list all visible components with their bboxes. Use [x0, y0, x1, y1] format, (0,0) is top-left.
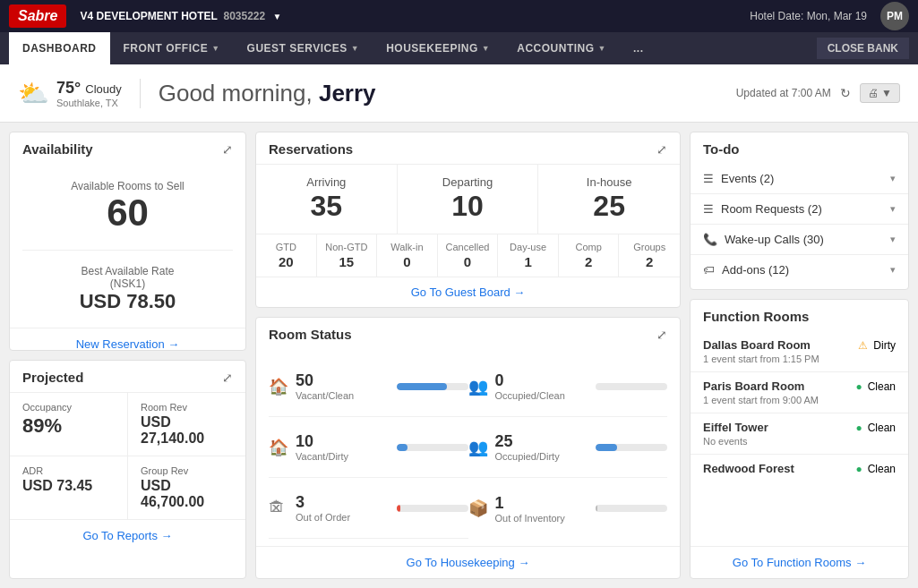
func-room-detail: No events — [703, 436, 896, 447]
projected-expand-icon[interactable]: ⤢ — [222, 371, 233, 385]
res-sub-cell: Day-use1 — [498, 234, 559, 277]
status-bar — [596, 505, 597, 512]
todo-chevron-icon[interactable]: ▾ — [890, 203, 896, 215]
status-bar-container — [596, 383, 667, 390]
go-reports-link[interactable]: Go To Reports → — [10, 519, 245, 551]
middle-column: Reservations ⤢ Arriving 35 Departing 10 … — [255, 132, 681, 579]
todo-item[interactable]: ☰ Room Requests (2) ▾ — [691, 194, 908, 225]
nav-guest-services[interactable]: GUEST SERVICES ▼ — [234, 32, 373, 64]
res-sub-cell: Walk-in0 — [377, 234, 438, 277]
right-column: To-do ☰ Events (2) ▾ ☰ Room Requests (2)… — [690, 132, 909, 579]
func-room-detail: 1 event start from 1:15 PM — [703, 354, 896, 364]
todo-item[interactable]: ☰ Events (2) ▾ — [691, 164, 908, 194]
rate-value: USD 78.50 — [30, 290, 226, 313]
reservations-expand-icon[interactable]: ⤢ — [656, 142, 667, 157]
go-housekeeping-link[interactable]: Go To Housekeeping → — [256, 546, 680, 578]
projected-grid: Occupancy 89% Room Rev USD 27,140.00 ADR… — [10, 392, 245, 519]
departing-value: 10 — [405, 189, 531, 223]
todo-item-icon: 🏷 — [703, 263, 715, 277]
todo-item[interactable]: 📞 Wake-up Calls (30) ▾ — [691, 225, 908, 255]
todo-card: To-do ☰ Events (2) ▾ ☰ Room Requests (2)… — [690, 132, 909, 290]
status-info: 10 Vacant/Dirty — [296, 432, 390, 462]
status-bar — [397, 505, 400, 512]
status-room-icon: 🏠 — [269, 377, 288, 396]
todo-chevron-icon[interactable]: ▾ — [890, 234, 896, 245]
function-rooms-items: Dallas Board Room ⚠Dirty 1 event start f… — [691, 331, 908, 546]
clean-icon: ● — [855, 463, 862, 475]
go-function-rooms-link[interactable]: Go To Function Rooms → — [691, 546, 908, 578]
availability-header: Availability ⤢ — [10, 132, 245, 164]
res-sub-cell: Non-GTD15 — [317, 234, 378, 277]
occupancy-value: 89% — [22, 414, 115, 438]
hotel-dropdown-arrow[interactable]: ▼ — [273, 12, 282, 21]
availability-card: Availability ⤢ Available Rooms to Sell 6… — [9, 132, 246, 351]
nav-bar: DASHBOARD FRONT OFFICE ▼ GUEST SERVICES … — [0, 32, 918, 64]
todo-chevron-icon[interactable]: ▾ — [890, 264, 896, 276]
header-right: Updated at 7:00 AM ↻ 🖨 ▼ — [736, 83, 900, 103]
avatar[interactable]: PM — [880, 2, 909, 30]
rate-label: Best Available Rate (NSK1) — [30, 265, 226, 290]
todo-header: To-do — [691, 132, 908, 164]
front-office-arrow: ▼ — [211, 44, 219, 53]
status-row: 👥 25 Occupied/Dirty — [468, 417, 668, 478]
function-room-item: Eiffel Tower ●Clean No events — [691, 413, 908, 455]
clean-icon: ● — [855, 380, 862, 393]
func-room-name: Eiffel Tower — [703, 421, 768, 434]
nav-more[interactable]: ... — [620, 32, 657, 64]
room-rev-value: USD 27,140.00 — [141, 414, 233, 447]
room-status-expand-icon[interactable]: ⤢ — [656, 328, 667, 342]
room-rev-label: Room Rev — [141, 402, 233, 413]
function-room-item: Redwood Forest ●Clean — [691, 455, 908, 482]
todo-chevron-icon[interactable]: ▾ — [890, 173, 896, 184]
function-room-item: Dallas Board Room ⚠Dirty 1 event start f… — [691, 331, 908, 372]
rooms-label: Available Rooms to Sell — [31, 180, 224, 192]
status-info: 1 Out of Inventory — [495, 494, 589, 524]
status-bar-container — [397, 383, 468, 390]
todo-items: ☰ Events (2) ▾ ☰ Room Requests (2) ▾ 📞 W… — [691, 164, 908, 289]
func-room-status: ●Clean — [855, 422, 896, 434]
available-rooms-section: Available Rooms to Sell 60 — [22, 171, 233, 243]
func-room-name: Paris Board Room — [703, 379, 804, 393]
status-row: 🏠 50 Vacant/Clean — [269, 356, 468, 417]
reservations-header: Reservations ⤢ — [256, 132, 680, 164]
nav-housekeeping[interactable]: HOUSEKEEPING ▼ — [373, 32, 503, 64]
projected-title: Projected — [22, 370, 83, 385]
greeting: Good morning, Jerry — [159, 80, 736, 107]
room-rev-cell: Room Rev USD 27,140.00 — [128, 393, 245, 456]
func-room-status: ●Clean — [855, 463, 896, 475]
function-rooms-title: Function Rooms — [703, 309, 809, 324]
hotel-name: V4 DEVELOPMENT HOTEL 8035222 ▼ — [80, 10, 281, 22]
nav-front-office[interactable]: FRONT OFFICE ▼ — [110, 32, 234, 64]
function-rooms-card: Function Rooms Dallas Board Room ⚠Dirty … — [690, 299, 909, 579]
weather-widget: ⛅ 75° Cloudy Southlake, TX — [18, 79, 141, 108]
status-bar — [397, 383, 447, 390]
res-sub-cell: Groups2 — [619, 234, 680, 277]
hotel-date: Hotel Date: Mon, Mar 19 — [750, 10, 867, 22]
refresh-icon[interactable]: ↻ — [840, 86, 851, 100]
availability-expand-icon[interactable]: ⤢ — [222, 142, 233, 157]
nav-dashboard[interactable]: DASHBOARD — [9, 32, 110, 64]
todo-item[interactable]: 🏷 Add-ons (12) ▾ — [691, 255, 908, 285]
room-status-card: Room Status ⤢ 🏠 50 Vacant/Clean 👥 0 Occu… — [255, 317, 681, 579]
status-bar — [397, 444, 408, 451]
reservations-sub-grid: GTD20Non-GTD15Walk-in0Cancelled0Day-use1… — [256, 234, 680, 277]
print-button[interactable]: 🖨 ▼ — [860, 83, 900, 103]
occupancy-label: Occupancy — [22, 402, 115, 413]
todo-item-label: Wake-up Calls (30) — [725, 233, 890, 246]
projected-header: Projected ⤢ — [10, 361, 245, 392]
inhouse-cell: In-house 25 — [538, 165, 680, 234]
status-row: 🏠 10 Vacant/Dirty — [269, 417, 468, 478]
close-bank-button[interactable]: CLOSE BANK — [817, 38, 909, 59]
weather-temp: 75° Cloudy — [56, 79, 122, 98]
new-reservation-link[interactable]: New Reservation → — [10, 328, 245, 351]
left-column: Availability ⤢ Available Rooms to Sell 6… — [9, 132, 246, 579]
status-info: 0 Occupied/Clean — [495, 371, 589, 401]
function-room-item: Paris Board Room ●Clean 1 event start fr… — [691, 372, 908, 413]
todo-item-label: Room Requests (2) — [721, 202, 890, 216]
nav-accounting[interactable]: ACCOUNTING ▼ — [503, 32, 620, 64]
weather-location: Southlake, TX — [56, 98, 122, 108]
group-rev-cell: Group Rev USD 46,700.00 — [128, 456, 245, 519]
go-guest-board-link[interactable]: Go To Guest Board → — [256, 277, 680, 307]
room-status-title: Room Status — [269, 327, 352, 342]
rooms-value: 60 — [31, 192, 224, 234]
